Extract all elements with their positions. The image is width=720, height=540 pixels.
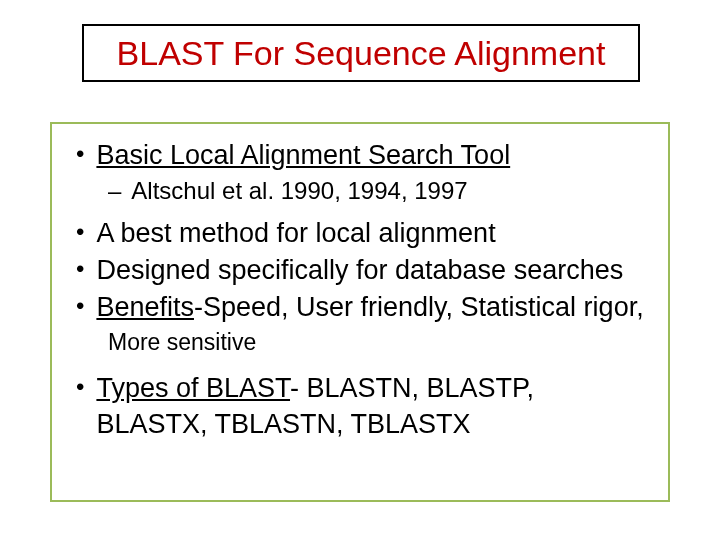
slide-title: BLAST For Sequence Alignment — [117, 34, 606, 73]
bullet-4-prefix: Benefits — [96, 292, 194, 322]
bullet-4-text: Benefits-Speed, User friendly, Statistic… — [96, 290, 643, 325]
bullet-item-1: • Basic Local Alignment Search Tool — [76, 138, 650, 173]
bullet-glyph: • — [76, 371, 84, 402]
bullet-glyph: • — [76, 253, 84, 284]
bullet-3-text: Designed specifically for database searc… — [96, 253, 623, 288]
bullet-glyph: • — [76, 290, 84, 321]
bullet-4-rest: -Speed, User friendly, Statistical rigor… — [194, 292, 644, 322]
bullet-5-prefix: Types of BLAST — [96, 373, 290, 403]
dash-glyph: – — [108, 175, 121, 206]
bullet-1-sub-text: Altschul et al. 1990, 1994, 1997 — [131, 175, 467, 206]
bullet-item-2: • A best method for local alignment — [76, 216, 650, 251]
bullet-item-3: • Designed specifically for database sea… — [76, 253, 650, 288]
content-box: • Basic Local Alignment Search Tool – Al… — [50, 122, 670, 502]
bullet-1-text: Basic Local Alignment Search Tool — [96, 138, 510, 173]
bullet-item-4: • Benefits-Speed, User friendly, Statist… — [76, 290, 650, 325]
bullet-glyph: • — [76, 216, 84, 247]
bullet-glyph: • — [76, 138, 84, 169]
bullet-4-more: More sensitive — [108, 328, 650, 358]
bullet-2-text: A best method for local alignment — [96, 216, 495, 251]
title-box: BLAST For Sequence Alignment — [82, 24, 640, 82]
bullet-5-text: Types of BLAST- BLASTN, BLASTP, BLASTX, … — [96, 371, 650, 441]
bullet-item-5: • Types of BLAST- BLASTN, BLASTP, BLASTX… — [76, 371, 650, 441]
bullet-item-1-sub: – Altschul et al. 1990, 1994, 1997 — [108, 175, 650, 206]
